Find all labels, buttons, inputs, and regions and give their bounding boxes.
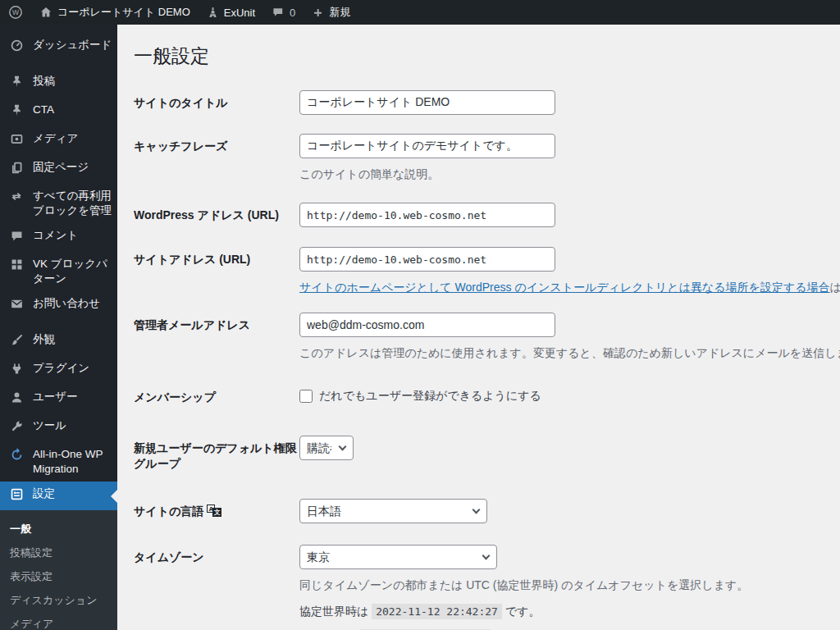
sidebar-item-label: VK ブロックパターン <box>33 257 112 286</box>
sidebar-item-appearance[interactable]: 外観 <box>0 327 117 356</box>
sidebar-item-label: メディア <box>33 131 78 146</box>
timezone-label: タイムゾーン <box>134 545 299 566</box>
sidebar-item-comments[interactable]: コメント <box>0 223 117 252</box>
wordpress-logo-menu[interactable]: W <box>0 0 31 25</box>
tools-icon <box>10 419 25 437</box>
exunit-tower-icon <box>207 6 219 19</box>
comments-icon <box>10 229 25 247</box>
sidebar-item-settings[interactable]: 設定 <box>0 482 117 510</box>
site-address-label: サイトアドレス (URL) <box>134 247 299 268</box>
sidebar-item-label: プラグイン <box>33 361 89 376</box>
wordpress-logo-icon: W <box>8 5 23 20</box>
sidebar-item-label: お問い合わせ <box>33 296 100 311</box>
sidebar-item-label: 固定ページ <box>33 160 89 175</box>
exunit-menu[interactable]: ExUnit <box>199 0 263 25</box>
default-role-select[interactable]: 購読者 <box>299 436 354 460</box>
tagline-label: キャッチフレーズ <box>134 134 299 155</box>
sidebar-item-label: 投稿 <box>33 74 55 89</box>
admin-email-description: このアドレスは管理のために使用されます。変更すると、確認のため新しいアドレスにメ… <box>299 345 840 362</box>
tagline-description: このサイトの簡単な説明。 <box>299 166 840 183</box>
sidebar-item-label: 外観 <box>33 332 55 347</box>
plugins-icon <box>10 362 25 380</box>
sidebar-item-media[interactable]: メディア <box>0 126 117 155</box>
utc-time-line: 協定世界時は 2022-11-12 22:42:27 です。 <box>299 605 840 619</box>
general-settings-page: 一般設定 サイトのタイトル キャッチフレーズ このサイトの簡単な説明。 Word… <box>117 25 840 630</box>
membership-checkbox-row: だれでもユーザー登録ができるようにする <box>299 385 840 404</box>
admin-email-label: 管理者メールアドレス <box>134 313 299 334</box>
contact-icon <box>10 297 25 315</box>
membership-checkbox-label: だれでもユーザー登録ができるようにする <box>319 389 541 404</box>
utc-time-prefix: 協定世界時は <box>299 605 368 618</box>
exunit-label: ExUnit <box>224 7 255 19</box>
block-patterns-icon <box>10 258 25 276</box>
page-title: 一般設定 <box>134 36 840 72</box>
site-address-input[interactable] <box>299 247 555 272</box>
sidebar-item-label: ダッシュボード <box>33 38 112 52</box>
sidebar-item-dashboard[interactable]: ダッシュボード <box>0 33 117 62</box>
sidebar-item-label: All-in-One WP Migration <box>33 447 112 477</box>
reusable-blocks-icon <box>10 189 25 208</box>
visit-site-link[interactable]: コーポレートサイト DEMO <box>31 0 199 25</box>
comments-count: 0 <box>290 7 295 19</box>
submenu-item-media[interactable]: メディア <box>0 612 117 630</box>
pin-icon <box>10 103 25 121</box>
svg-text:W: W <box>12 8 20 16</box>
sidebar-item-label: CTA <box>33 103 54 117</box>
site-title-input[interactable] <box>299 90 555 115</box>
sidebar-item-users[interactable]: ユーザー <box>0 385 117 413</box>
sidebar-item-label: ツール <box>33 418 66 433</box>
site-language-select[interactable]: 日本語 <box>299 499 487 523</box>
dashboard-icon <box>10 39 25 57</box>
sidebar-item-label: すべての再利用ブロックを管理 <box>33 189 112 218</box>
plus-icon <box>312 7 324 19</box>
home-icon <box>39 6 52 19</box>
admin-email-input[interactable] <box>299 313 555 337</box>
tagline-input[interactable] <box>299 134 555 158</box>
default-role-label: 新規ユーザーのデフォルト権限グループ <box>134 436 299 472</box>
appearance-icon <box>10 333 25 351</box>
media-icon <box>10 132 25 150</box>
site-address-help-link[interactable]: サイトのホームページとして WordPress のインストールディレクトリとは異… <box>299 281 830 294</box>
submenu-item-general[interactable]: 一般 <box>0 517 117 541</box>
site-address-description-tail: は、ここにアドレ <box>830 281 840 294</box>
sidebar-item-pages[interactable]: 固定ページ <box>0 155 117 184</box>
comment-bubble-icon <box>272 6 285 19</box>
sidebar-item-contact[interactable]: お問い合わせ <box>0 291 117 320</box>
migration-icon <box>10 448 25 466</box>
comments-menu[interactable]: 0 <box>263 0 304 25</box>
sidebar-item-posts[interactable]: 投稿 <box>0 69 117 98</box>
sidebar-item-cta[interactable]: CTA <box>0 98 117 126</box>
timezone-description: 同じタイムゾーンの都市または UTC (協定世界時) のタイムオフセットを選択し… <box>299 577 840 594</box>
sidebar-item-label: コメント <box>33 228 78 243</box>
settings-icon <box>10 487 25 505</box>
sidebar-item-reusable-blocks[interactable]: すべての再利用ブロックを管理 <box>0 184 117 223</box>
admin-bar: W コーポレートサイト DEMO ExUnit 0 新規 <box>0 0 840 25</box>
membership-label: メンバーシップ <box>134 385 299 406</box>
utc-time-suffix: です。 <box>505 605 541 618</box>
site-language-label: サイトの言語A文 <box>134 499 299 520</box>
site-address-description: サイトのホームページとして WordPress のインストールディレクトリとは異… <box>299 279 840 296</box>
utc-time-value: 2022-11-12 22:42:27 <box>372 604 502 619</box>
sidebar-item-tools[interactable]: ツール <box>0 413 117 442</box>
sidebar-item-vk-block-patterns[interactable]: VK ブロックパターン <box>0 252 117 291</box>
site-title-label: サイトのタイトル <box>134 90 299 112</box>
timezone-select[interactable]: 東京 <box>299 545 497 569</box>
wp-address-input[interactable] <box>299 203 555 227</box>
new-content-label: 新規 <box>329 5 350 20</box>
sidebar-item-plugins[interactable]: プラグイン <box>0 356 117 385</box>
pin-icon <box>10 75 25 93</box>
membership-checkbox[interactable] <box>299 390 313 403</box>
current-menu-arrow <box>111 490 117 503</box>
new-content-menu[interactable]: 新規 <box>304 0 358 25</box>
translation-icon: A文 <box>207 504 221 517</box>
admin-bar-site-name: コーポレートサイト DEMO <box>57 5 190 20</box>
submenu-item-reading[interactable]: 表示設定 <box>0 564 117 588</box>
users-icon <box>10 390 25 409</box>
site-language-label-text: サイトの言語 <box>134 504 203 518</box>
submenu-item-discussion[interactable]: ディスカッション <box>0 588 117 612</box>
sidebar-item-all-in-one-wp-migration[interactable]: All-in-One WP Migration <box>0 442 117 482</box>
submenu-item-writing[interactable]: 投稿設定 <box>0 541 117 564</box>
wp-address-label: WordPress アドレス (URL) <box>134 203 299 224</box>
admin-email-description-text: このアドレスは管理のために使用されます。変更すると、確認のため新しいアドレスにメ… <box>299 346 840 359</box>
settings-submenu: 一般 投稿設定 表示設定 ディスカッション メディア パーマリンク プライバシー… <box>0 510 117 630</box>
